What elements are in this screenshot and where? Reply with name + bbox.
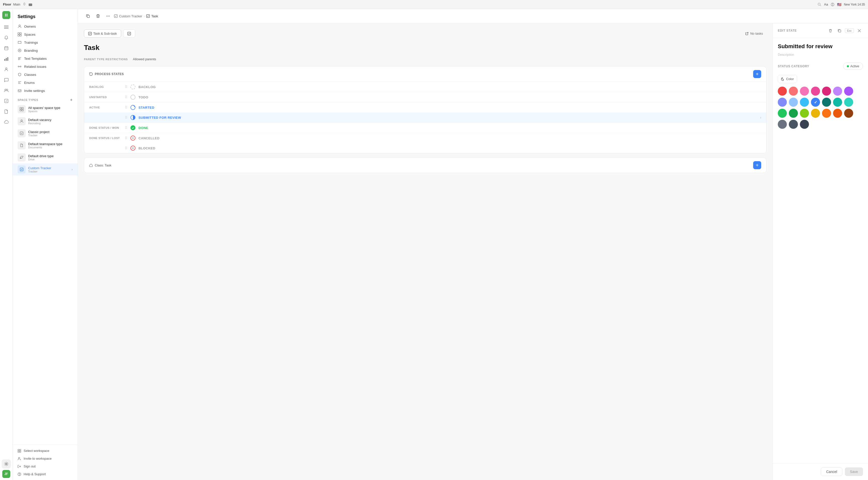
nav-menu-icon[interactable]	[2, 23, 11, 32]
space-type-all-spaces[interactable]: All spaces' space type Spaces	[12, 103, 78, 115]
done-state-name: DONE	[138, 126, 761, 130]
color-swatch-pink-dark[interactable]	[822, 87, 831, 96]
nav-calendar-icon[interactable]	[2, 44, 11, 53]
cancel-button[interactable]: Cancel	[821, 468, 842, 476]
no-tasks-button[interactable]: No tasks	[742, 29, 767, 38]
esc-badge[interactable]: Esc	[845, 28, 854, 33]
parent-type-label: PARENT TYPE RESTRICTIONS	[84, 58, 128, 61]
svg-point-41	[19, 475, 20, 475]
external-link-icon	[745, 32, 749, 35]
mic-icon[interactable]	[22, 2, 26, 6]
color-swatch-purple-light[interactable]	[833, 87, 842, 96]
color-swatch-blue[interactable]	[811, 98, 820, 107]
space-type-classic-project[interactable]: Classic project Tracker	[12, 127, 78, 139]
sidebar-item-owners[interactable]: Owners	[12, 22, 78, 30]
theme-icon[interactable]	[831, 2, 835, 6]
space-type-default-vacancy[interactable]: Default vacancy Recruiting	[12, 115, 78, 127]
more-header-button[interactable]	[104, 12, 112, 20]
blocked-drag-handle[interactable]: ⠿	[125, 146, 127, 150]
color-swatch-pink-light[interactable]	[800, 87, 809, 96]
state-group-active: ACTIVE ⠿ STARTED ⠿	[84, 102, 766, 123]
close-panel-button[interactable]	[856, 27, 863, 34]
color-swatch-gray-dark[interactable]	[789, 120, 798, 129]
delete-state-button[interactable]	[827, 27, 834, 34]
add-class-button[interactable]: +	[753, 161, 761, 169]
sidebar-item-trainings[interactable]: Trainings	[12, 38, 78, 46]
color-swatch-blue-light[interactable]	[789, 98, 798, 107]
sidebar-item-classes[interactable]: Classes	[12, 71, 78, 78]
sidebar-item-invite-settings[interactable]: Invite settings	[12, 87, 78, 95]
sidebar-item-related-issues[interactable]: Related issues	[12, 63, 78, 71]
color-swatch-gray[interactable]	[778, 120, 787, 129]
color-swatch-yellow[interactable]	[811, 109, 820, 118]
color-swatch-red[interactable]	[778, 87, 787, 96]
invite-workspace-icon	[18, 457, 21, 460]
color-swatch-teal[interactable]	[833, 98, 842, 107]
backlog-drag-handle[interactable]: ⠿	[125, 85, 127, 89]
svg-point-13	[5, 89, 6, 91]
add-space-type-button[interactable]: +	[70, 98, 73, 102]
aa-icon[interactable]: Aa	[824, 2, 828, 6]
nav-chart-icon[interactable]	[2, 54, 11, 63]
sidebar-item-enums[interactable]: Enums	[12, 78, 78, 87]
submitted-drag-handle[interactable]: ⠿	[125, 115, 127, 119]
todo-drag-handle[interactable]: ⠿	[125, 95, 127, 99]
color-swatch-orange[interactable]	[833, 109, 842, 118]
status-category-badge[interactable]: Active	[843, 63, 863, 70]
started-state-icon	[130, 105, 135, 110]
cancelled-drag-handle[interactable]: ⠿	[125, 136, 127, 140]
color-swatch-coral[interactable]	[789, 87, 798, 96]
color-swatch-green-dark[interactable]	[789, 109, 798, 118]
color-swatch-amber[interactable]	[822, 109, 831, 118]
color-swatch-pink[interactable]	[811, 87, 820, 96]
sign-out-item[interactable]: Sign out	[12, 462, 78, 470]
nav-tasks-icon[interactable]	[2, 96, 11, 105]
state-row-submitted[interactable]: ⠿ SUBMITTED FOR REVIEW ›	[84, 112, 766, 123]
color-swatch-gray-darker[interactable]	[800, 120, 809, 129]
color-swatch-sky[interactable]	[800, 98, 809, 107]
classic-project-info: Classic project Tracker	[28, 130, 73, 137]
nav-bell-icon[interactable]	[2, 33, 11, 42]
color-swatch-teal-light[interactable]	[844, 98, 853, 107]
sidebar-item-spaces[interactable]: Spaces	[12, 30, 78, 38]
color-section-header[interactable]: Color	[778, 75, 797, 83]
save-button[interactable]: Save	[845, 468, 863, 476]
backlog-category-label: BACKLOG	[89, 85, 122, 89]
copy-header-button[interactable]	[84, 12, 92, 20]
tab-task-subtask[interactable]: Task & Sub-task	[84, 29, 121, 38]
nav-person-icon[interactable]	[2, 65, 11, 74]
nav-chat-icon[interactable]	[2, 75, 11, 84]
copy-state-button[interactable]	[836, 27, 843, 34]
nav-doc-icon[interactable]	[2, 107, 11, 116]
nav-settings-icon[interactable]	[2, 459, 11, 469]
sidebar-item-text-templates[interactable]: Text Templates	[12, 55, 78, 63]
add-state-button[interactable]: +	[753, 70, 761, 78]
space-type-default-drive[interactable]: Default drive type Drive	[12, 151, 78, 164]
select-workspace-item[interactable]: Select workspace	[12, 447, 78, 455]
color-swatch-brown[interactable]	[844, 109, 853, 118]
space-type-default-teamspace[interactable]: Default teamspace type Documents	[12, 139, 78, 151]
color-swatch-purple[interactable]	[844, 87, 853, 96]
invite-workspace-item[interactable]: Invite to workspace	[12, 455, 78, 462]
search-icon[interactable]	[817, 2, 822, 6]
camera-icon[interactable]	[28, 2, 32, 6]
started-drag-handle[interactable]: ⠿	[125, 105, 127, 109]
state-edit-desc: Description	[778, 53, 863, 57]
cancelled-state-icon	[130, 136, 135, 141]
breadcrumb-custom-tracker[interactable]: Custom Tracker	[119, 14, 142, 18]
color-swatch-green[interactable]	[778, 109, 787, 118]
help-support-item[interactable]: Help & Support	[12, 470, 78, 478]
space-type-custom-tracker[interactable]: Custom Tracker Tracker ›	[12, 164, 78, 175]
color-swatch-teal-dark[interactable]	[822, 98, 831, 107]
nav-cloud-icon[interactable]	[2, 117, 11, 127]
sidebar-item-branding[interactable]: Branding	[12, 46, 78, 55]
done-drag-handle[interactable]: ⠿	[125, 126, 127, 130]
app-logo[interactable]	[2, 11, 10, 19]
sidebar-item-trainings-label: Trainings	[24, 41, 38, 44]
user-avatar[interactable]: JF	[2, 470, 10, 478]
color-swatch-indigo[interactable]	[778, 98, 787, 107]
nav-group-icon[interactable]	[2, 86, 11, 95]
color-swatch-lime[interactable]	[800, 109, 809, 118]
tab-check[interactable]	[123, 29, 135, 38]
delete-header-button[interactable]	[94, 12, 102, 20]
